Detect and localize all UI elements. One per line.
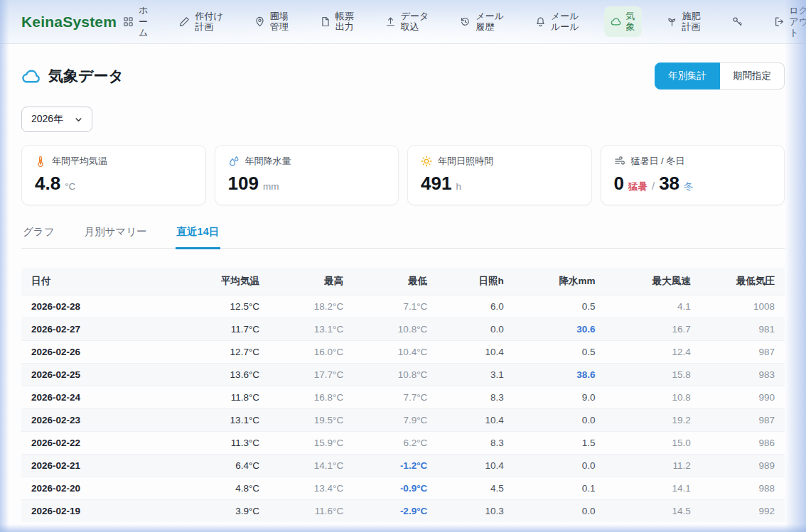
stat-card-header: 年間日照時間 bbox=[421, 155, 579, 168]
winter-days-tag: 冬 bbox=[684, 180, 694, 193]
cell-max: 13.1°C bbox=[269, 318, 353, 341]
nav-item-label: 帳票出力 bbox=[335, 11, 354, 33]
stat-card-label: 年間平均気温 bbox=[52, 155, 107, 168]
page-header: 気象データ 年別集計期間指定 bbox=[21, 63, 785, 89]
cell-wind: 10.8 bbox=[606, 386, 701, 409]
cell-avg: 13.6°C bbox=[174, 364, 269, 386]
stat-card-annual-precipitation: 年間降水量109mm bbox=[215, 145, 399, 205]
table-row: 2026-02-2812.5°C18.2°C7.1°C6.00.54.11008 bbox=[21, 295, 785, 318]
tab-2[interactable]: 月別サマリー bbox=[83, 225, 149, 249]
key-icon bbox=[732, 16, 743, 27]
cell-max: 19.5°C bbox=[269, 409, 353, 432]
cell-rain: 0.1 bbox=[514, 477, 606, 500]
cell-min: 6.2°C bbox=[353, 432, 437, 455]
cell-date: 2026-02-27 bbox=[21, 318, 174, 341]
table-row: 2026-02-2211.3°C15.9°C6.2°C8.31.515.0986 bbox=[21, 432, 785, 455]
cell-rain: 0.0 bbox=[514, 500, 606, 523]
nav-item-mail-rules[interactable]: メールルール bbox=[529, 6, 586, 38]
main-nav: ホーム作付け計画圃場管理帳票出力データ取込メール履歴メールルール気象施肥計画ログ… bbox=[117, 1, 806, 43]
cell-sun: 10.4 bbox=[437, 455, 513, 477]
nav-item-mail-history[interactable]: メール履歴 bbox=[453, 6, 510, 38]
cell-date: 2026-02-23 bbox=[21, 409, 174, 432]
nav-item-planting-plan[interactable]: 作付け計画 bbox=[173, 6, 229, 38]
nav-item-field-management[interactable]: 圃場管理 bbox=[248, 6, 295, 38]
cell-wind: 12.4 bbox=[606, 341, 701, 364]
nav-item-home[interactable]: ホーム bbox=[117, 1, 154, 43]
cell-wind: 15.0 bbox=[606, 432, 701, 455]
nav-item-logout[interactable]: ログアウト bbox=[768, 1, 806, 43]
cell-pressure: 981 bbox=[701, 318, 785, 341]
cell-avg: 12.5°C bbox=[174, 295, 269, 318]
year-select[interactable]: 2026年 bbox=[21, 107, 92, 132]
cell-avg: 11.3°C bbox=[174, 432, 269, 455]
cell-max: 11.6°C bbox=[269, 500, 353, 523]
tab-3[interactable]: 直近14日 bbox=[176, 225, 221, 249]
cell-min: 7.9°C bbox=[353, 409, 437, 432]
tab-1[interactable]: グラフ bbox=[21, 225, 56, 249]
cloud-icon bbox=[611, 16, 621, 27]
table-header-row: 日付平均気温最高最低日照h降水mm最大風速最低気圧 bbox=[21, 268, 785, 295]
cell-max: 13.4°C bbox=[269, 477, 353, 500]
view-toggle-option-1[interactable]: 年別集計 bbox=[655, 63, 720, 89]
stat-card-value: 109mm bbox=[228, 173, 386, 195]
stat-card-annual-avg-temp: 年間平均気温4.8°C bbox=[21, 145, 206, 205]
cell-pressure: 989 bbox=[701, 455, 785, 477]
nav-item-weather[interactable]: 気象 bbox=[604, 6, 642, 38]
column-header-6: 降水mm bbox=[514, 268, 606, 295]
nav-item-label: 作付け計画 bbox=[195, 11, 222, 33]
cell-rain: 0.0 bbox=[514, 409, 606, 432]
cell-pressure: 986 bbox=[701, 432, 785, 455]
stat-unit: °C bbox=[65, 181, 75, 192]
cell-pressure: 1008 bbox=[701, 295, 785, 318]
cell-min: 10.8°C bbox=[353, 364, 437, 386]
nav-item-label: ホーム bbox=[139, 5, 148, 39]
cell-date: 2026-02-20 bbox=[21, 477, 174, 500]
table-row: 2026-02-2313.1°C19.5°C7.9°C10.40.019.298… bbox=[21, 409, 785, 432]
cell-min: 10.8°C bbox=[353, 318, 437, 341]
cell-avg: 11.8°C bbox=[174, 386, 269, 409]
cell-pressure: 987 bbox=[701, 409, 785, 432]
nav-item-label: 気象 bbox=[626, 11, 635, 33]
cell-rain: 0.0 bbox=[514, 455, 606, 477]
cell-date: 2026-02-25 bbox=[21, 364, 174, 386]
table-row: 2026-02-2612.7°C16.0°C10.4°C10.40.512.49… bbox=[21, 341, 785, 364]
cell-wind: 15.8 bbox=[606, 364, 701, 386]
stat-unit: mm bbox=[263, 181, 279, 192]
stat-cards: 年間平均気温4.8°C年間降水量109mm年間日照時間491h猛暑日 / 冬日0… bbox=[21, 145, 785, 205]
cell-date: 2026-02-28 bbox=[21, 295, 174, 318]
cell-wind: 19.2 bbox=[606, 409, 701, 432]
cell-avg: 13.1°C bbox=[174, 409, 269, 432]
nav-item-data-import[interactable]: データ取込 bbox=[379, 6, 436, 38]
nav-item-password[interactable] bbox=[726, 12, 749, 31]
nav-item-label: 施肥計画 bbox=[682, 11, 701, 33]
page-title: 気象データ bbox=[21, 66, 124, 86]
cell-sun: 8.3 bbox=[437, 432, 513, 455]
cell-wind: 14.1 bbox=[606, 477, 701, 500]
cell-sun: 3.1 bbox=[437, 364, 513, 386]
table-row: 2026-02-2513.6°C17.7°C10.8°C3.138.615.89… bbox=[21, 364, 785, 386]
cell-pressure: 987 bbox=[701, 341, 785, 364]
app-window: KeinaSystem ホーム作付け計画圃場管理帳票出力データ取込メール履歴メー… bbox=[0, 0, 806, 532]
stat-unit: h bbox=[456, 181, 461, 192]
brand-logo: KeinaSystem bbox=[21, 13, 117, 31]
column-header-1: 日付 bbox=[21, 268, 174, 295]
top-navbar: KeinaSystem ホーム作付け計画圃場管理帳票出力データ取込メール履歴メー… bbox=[0, 0, 806, 44]
cell-rain: 0.5 bbox=[514, 341, 606, 364]
year-select-value: 2026年 bbox=[31, 113, 63, 126]
bell-icon bbox=[535, 16, 546, 27]
cell-wind: 11.2 bbox=[606, 455, 701, 477]
cell-min: 7.1°C bbox=[353, 295, 437, 318]
nav-item-label: メールルール bbox=[551, 11, 579, 33]
stat-card-value: 0猛暑/38冬 bbox=[614, 173, 772, 195]
cell-date: 2026-02-22 bbox=[21, 432, 174, 455]
nav-item-label: メール履歴 bbox=[475, 11, 504, 33]
nav-item-report-output[interactable]: 帳票出力 bbox=[313, 6, 360, 38]
cell-avg: 3.9°C bbox=[174, 500, 269, 523]
nav-item-fertilization-plan[interactable]: 施肥計画 bbox=[660, 6, 707, 38]
file-icon bbox=[320, 16, 331, 27]
view-toggle-option-2[interactable]: 期間指定 bbox=[720, 63, 785, 89]
cell-pressure: 992 bbox=[701, 500, 785, 523]
cell-sun: 4.5 bbox=[437, 477, 513, 500]
stat-card-header: 猛暑日 / 冬日 bbox=[614, 155, 772, 168]
cell-avg: 4.8°C bbox=[174, 477, 269, 500]
